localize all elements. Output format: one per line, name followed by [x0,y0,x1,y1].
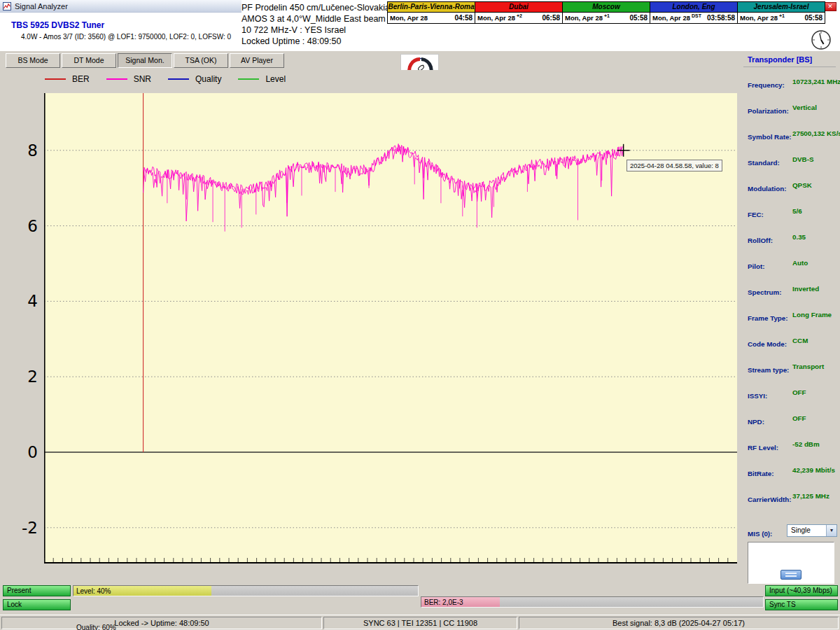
legend-swatch [238,78,259,80]
site-line-frequency: 10 722 MHz-V : YES Israel [241,24,390,36]
chart-legend: BERSNRQualityLevel [45,74,302,84]
transponder-field-value: 5/6 [792,207,802,215]
y-axis-label: -2 [6,519,38,537]
clock-time-row: Mon, Apr 2804:58 [388,13,475,23]
y-axis-label: 2 [6,368,38,386]
clock-city-label: Moscow [563,2,650,13]
world-clock-london-eng: London, EngMon, Apr 28DST03:58:58 [650,1,738,24]
lock-indicator: Lock [3,599,71,610]
clock-city-label: London, Eng [650,2,737,13]
tab-bs-mode[interactable]: BS Mode [6,53,60,68]
statusbar-best-signal: Best signal: 8,3 dB (2025-04-27 05:17) [519,617,839,629]
clock-time: 05:58 [629,14,648,22]
clock-date: Mon, Apr 28 [652,14,690,22]
transponder-row-stream-type: Stream type:Transport [748,363,839,372]
transponder-row-spectrum: Spectrum:Inverted [748,285,839,295]
transponder-field-value: Long Frame [792,311,832,318]
site-info: PF Prodelin 450 cm/Lučenec-Slovakia AMOS… [241,2,390,47]
legend-label: SNR [134,74,151,84]
transponder-field-label: CarrierWidth: [748,496,792,503]
clock-time: 03:58:58 [707,14,735,22]
titlebar: Signal Analyzer [0,0,241,13]
transponder-field-value: Transport [792,363,824,370]
tab-tsa-ok[interactable]: TSA (OK) [174,53,228,68]
transponder-row-npd: NPD:OFF [748,414,839,424]
clock-city-label: Dubai [475,2,562,13]
transponder-field-label: Frame Type: [748,314,788,322]
tuner-info: TBS 5925 DVBS2 Tuner 4.0W - Amos 3/7 (ID… [11,20,231,41]
transponder-row-code-mode: Code Mode:CCM [748,337,839,346]
legend-swatch [106,78,127,80]
world-clock-dubai: DubaiMon, Apr 28+206:58 [475,1,563,24]
site-line-uptime: Locked Uptime : 48:09:50 [241,36,390,47]
transponder-row-rolloff: RollOff:0.35 [748,233,839,243]
clock-utc-offset: DST [692,13,701,18]
ber-progress-label: BER: 2,0E-3 [424,598,463,608]
transponder-field-value: 10723,241 MHz [792,78,840,85]
transponder-row-symbol-rate: Symbol Rate:27500,132 KS/s [748,130,839,139]
world-clock-moscow: MoscowMon, Apr 28+105:58 [562,1,650,24]
legend-item-ber: BER [45,74,90,84]
panel-blank-box [748,542,834,584]
transponder-row-issyi: ISSYI:OFF [748,388,839,398]
transponder-field-label: Stream type: [748,366,789,374]
app-icon [3,2,11,10]
world-clock-jerusalem-israel: Jerusalem-IsraelMon, Apr 28+105:58 [737,1,825,24]
clock-city-label: Berlin-Paris-Vienna-Roma [388,2,475,13]
tab-signal-mon[interactable]: Signal Mon. [118,53,172,68]
present-indicator: Present [3,585,71,596]
transponder-field-label: Pilot: [748,262,765,270]
transponder-field-value: 27500,132 KS/s [792,130,840,137]
y-axis-label: 8 [6,141,38,160]
transponder-field-value: 0.35 [792,233,806,241]
transponder-field-value: Vertical [792,104,817,111]
legend-label: Level [265,74,286,84]
transponder-field-label: Modulation: [748,185,787,192]
statusbar-sync: SYNC 63 | TEI 12351 | CC 11908 [323,617,517,629]
y-axis-label: 4 [6,292,38,310]
transponder-field-label: Frequency: [748,81,785,89]
clock-time: 04:58 [454,14,472,22]
clock-time-row: Mon, Apr 28+105:58 [563,13,650,23]
mis-select[interactable]: Single ▾ [787,524,837,537]
input-indicator: Input (~40,39 Mbps) [765,585,838,596]
transponder-row-frequency: Frequency:10723,241 MHz [748,78,839,88]
tab-av-player[interactable]: AV Player [230,53,284,68]
level-progress: Level: 40% [73,585,419,596]
chart-area: BERSNRQualityLevel 2025-04-28 04.58.58, … [6,70,740,582]
transponder-field-label: RollOff: [748,237,773,244]
transponder-row-bitrate: BitRate:42,239 Mbit/s [748,466,839,476]
transponder-field-value: 37,125 MHz [792,492,830,500]
close-button[interactable]: ✕ [824,2,836,11]
transponder-row-fec: FEC:5/6 [748,207,839,217]
transponder-field-label: Symbol Rate: [748,133,792,141]
transponder-field-value: Auto [792,259,808,267]
transponder-row-frame-type: Frame Type:Long Frame [748,311,839,321]
clock-date: Mon, Apr 28 [390,14,428,22]
quality-progress-label: Quality: 60% [76,623,116,630]
chart-tooltip: 2025-04-28 04.58.58, value: 8 [626,160,722,172]
statusbar: Locked -> Uptime: 48:09:50 SYNC 63 | TEI… [0,615,840,630]
clock-time-row: Mon, Apr 28+206:58 [475,13,562,23]
transponder-field-value: DVB-S [792,155,813,163]
transponder-field-label: Standard: [748,159,780,167]
legend-item-snr: SNR [106,74,151,84]
transponder-row-rf-level: RF Level:-52 dBm [748,440,839,450]
transponder-panel: Transponder [BS] Frequency:10723,241 MHz… [743,53,840,585]
site-line-dish: PF Prodelin 450 cm/Lučenec-Slovakia [241,2,390,13]
transponder-row-pilot: Pilot:Auto [748,259,839,269]
transponder-field-value: CCM [792,337,808,344]
clock-time: 05:58 [804,14,822,22]
clock-date: Mon, Apr 28 [565,14,603,22]
panel-action-button[interactable] [780,570,802,580]
transponder-field-label: FEC: [748,211,764,218]
tab-dt-mode[interactable]: DT Mode [62,53,116,68]
ber-progress: BER: 2,0E-3 [421,596,764,608]
clock-date: Mon, Apr 28 [477,14,515,22]
transponder-row-carrierwidth: CarrierWidth:37,125 MHz [748,492,839,502]
legend-item-level: Level [238,74,286,84]
statusbar-uptime: Locked -> Uptime: 48:09:50 [1,617,322,629]
clock-utc-offset: +2 [517,13,522,18]
window-title: Signal Analyzer [15,2,68,10]
transponder-field-label: Spectrum: [748,288,781,296]
